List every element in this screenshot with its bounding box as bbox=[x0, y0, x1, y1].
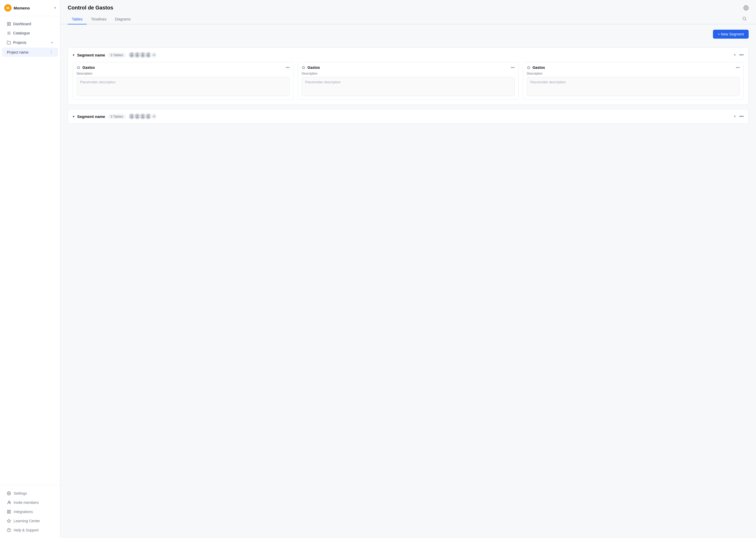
segment-1-tables-badge: 3 Tables bbox=[108, 53, 126, 58]
card-3-description-text: Placeholder description bbox=[530, 80, 566, 84]
card-1-body: Description Placeholder description bbox=[73, 72, 293, 100]
sidebar-section-projects-left: Projects bbox=[7, 40, 26, 45]
app-logo: M bbox=[4, 4, 12, 12]
svg-point-20 bbox=[142, 54, 144, 55]
card-3-description-label: Description bbox=[527, 72, 740, 76]
card-2-menu-icon[interactable]: ••• bbox=[511, 65, 515, 70]
sidebar-bottom: Settings Invite members Integrations Lea… bbox=[0, 485, 60, 538]
svg-rect-10 bbox=[9, 512, 11, 513]
sidebar-header: M Momeno ▾ bbox=[0, 0, 60, 16]
sidebar: M Momeno ▾ Dashboard Catalogue Projects bbox=[0, 0, 60, 538]
sidebar-item-settings[interactable]: Settings bbox=[2, 489, 58, 498]
card-2-header: Gastos ••• bbox=[298, 62, 518, 72]
sidebar-item-catalogue-label: Catalogue bbox=[13, 31, 30, 35]
catalogue-icon bbox=[7, 31, 11, 35]
svg-rect-1 bbox=[9, 22, 11, 24]
svg-point-26 bbox=[137, 115, 138, 116]
card-3-header: Gastos ••• bbox=[523, 62, 743, 72]
card-1-description-box: Placeholder description bbox=[77, 77, 290, 96]
main-header: Control de Gastos bbox=[60, 0, 756, 15]
svg-marker-23 bbox=[302, 66, 305, 69]
settings-gear-icon[interactable] bbox=[743, 5, 749, 11]
svg-point-19 bbox=[137, 54, 138, 55]
svg-marker-22 bbox=[77, 66, 80, 69]
card-3-body: Description Placeholder description bbox=[523, 72, 743, 100]
card-1: Gastos ••• Description Placeholder descr… bbox=[73, 62, 294, 100]
projects-icon bbox=[7, 40, 11, 45]
svg-point-28 bbox=[148, 115, 149, 116]
tabs-search-icon[interactable] bbox=[740, 15, 749, 24]
svg-line-17 bbox=[745, 20, 746, 20]
card-2-star-icon[interactable] bbox=[302, 66, 305, 69]
help-support-label: Help & Support bbox=[14, 528, 39, 532]
segment-1-add-icon[interactable]: + bbox=[734, 53, 736, 57]
card-1-menu-icon[interactable]: ••• bbox=[286, 65, 290, 70]
segment-2-avatars: +5 bbox=[128, 113, 157, 120]
svg-marker-12 bbox=[7, 519, 11, 522]
sidebar-item-dashboard[interactable]: Dashboard bbox=[2, 20, 58, 28]
tab-timelines[interactable]: Timelines bbox=[87, 15, 111, 25]
projects-label: Projects bbox=[13, 40, 26, 45]
segment-2-avatar-extra: +5 bbox=[150, 113, 157, 120]
segment-2-more-icon[interactable]: ••• bbox=[739, 114, 744, 119]
add-project-icon[interactable]: + bbox=[51, 40, 53, 45]
card-3-title: Gastos bbox=[533, 65, 545, 70]
sidebar-chevron-icon[interactable]: ▾ bbox=[54, 6, 56, 10]
card-3-menu-icon[interactable]: ••• bbox=[736, 65, 740, 70]
svg-rect-3 bbox=[9, 24, 11, 26]
card-2-description-text: Placeholder description bbox=[305, 80, 341, 84]
segment-1-cards-grid: Gastos ••• Description Placeholder descr… bbox=[68, 62, 748, 105]
dashboard-icon bbox=[7, 22, 11, 26]
new-segment-button[interactable]: + New Segment bbox=[713, 30, 749, 39]
settings-label: Settings bbox=[14, 491, 27, 496]
segment-2-chevron-icon[interactable]: ▾ bbox=[73, 115, 74, 119]
svg-point-21 bbox=[148, 54, 149, 55]
card-3-title-row: Gastos bbox=[527, 65, 545, 70]
segment-2-header-left: ▾ Segment name 3 Tables bbox=[73, 113, 731, 120]
sidebar-section-projects[interactable]: Projects + bbox=[2, 38, 58, 47]
learning-center-icon bbox=[7, 519, 11, 523]
card-1-header: Gastos ••• bbox=[73, 62, 293, 72]
segment-1-header-left: ▾ Segment name 3 Tables bbox=[73, 51, 731, 58]
project-item-menu-icon[interactable]: ⋮ bbox=[49, 50, 53, 55]
app-name: Momeno bbox=[14, 6, 30, 10]
segment-2-header-right: + ••• bbox=[734, 114, 744, 119]
segment-2-header: ▾ Segment name 3 Tables bbox=[68, 109, 748, 124]
segment-1-more-icon[interactable]: ••• bbox=[739, 53, 744, 57]
svg-point-5 bbox=[8, 501, 10, 502]
segment-1-header: ▾ Segment name 3 Tables bbox=[68, 48, 748, 62]
sidebar-item-learning-center[interactable]: Learning Center bbox=[2, 516, 58, 525]
svg-point-15 bbox=[745, 7, 747, 8]
card-1-title: Gastos bbox=[82, 65, 95, 70]
svg-point-25 bbox=[131, 115, 132, 116]
card-2-description-label: Description bbox=[302, 72, 514, 76]
sidebar-item-catalogue[interactable]: Catalogue bbox=[2, 28, 58, 37]
sidebar-item-integrations[interactable]: Integrations bbox=[2, 507, 58, 516]
sidebar-nav: Dashboard Catalogue Projects + Project n… bbox=[0, 16, 60, 485]
segment-1-avatars: +5 bbox=[128, 51, 157, 58]
svg-rect-8 bbox=[7, 510, 9, 511]
invite-members-icon bbox=[7, 501, 11, 505]
card-2: Gastos ••• Description Placeholder descr… bbox=[298, 62, 518, 100]
svg-rect-2 bbox=[7, 24, 9, 26]
main-content-area: Control de Gastos Tables Timelines Diagr… bbox=[60, 0, 756, 538]
card-1-star-icon[interactable] bbox=[77, 66, 80, 69]
segment-2-container: ▾ Segment name 3 Tables bbox=[68, 109, 749, 124]
sidebar-item-help-support[interactable]: Help & Support bbox=[2, 526, 58, 535]
card-3-star-icon[interactable] bbox=[527, 66, 531, 69]
project-item-name: Project name bbox=[7, 50, 28, 54]
tab-tables[interactable]: Tables bbox=[68, 15, 87, 25]
tabs-bar: Tables Timelines Diagrams bbox=[60, 15, 756, 25]
svg-rect-11 bbox=[7, 512, 9, 513]
segment-1-name: Segment name bbox=[77, 53, 105, 57]
svg-point-4 bbox=[8, 493, 10, 494]
card-3-description-box: Placeholder description bbox=[527, 77, 740, 96]
sidebar-item-invite-members[interactable]: Invite members bbox=[2, 498, 58, 507]
segment-2-add-icon[interactable]: + bbox=[734, 114, 736, 119]
segment-1-chevron-icon[interactable]: ▾ bbox=[73, 53, 74, 57]
card-2-body: Description Placeholder description bbox=[298, 72, 518, 100]
svg-rect-0 bbox=[7, 22, 9, 24]
sidebar-item-project[interactable]: Project name ⋮ bbox=[2, 48, 58, 57]
learning-center-label: Learning Center bbox=[14, 519, 40, 523]
tab-diagrams[interactable]: Diagrams bbox=[111, 15, 135, 25]
